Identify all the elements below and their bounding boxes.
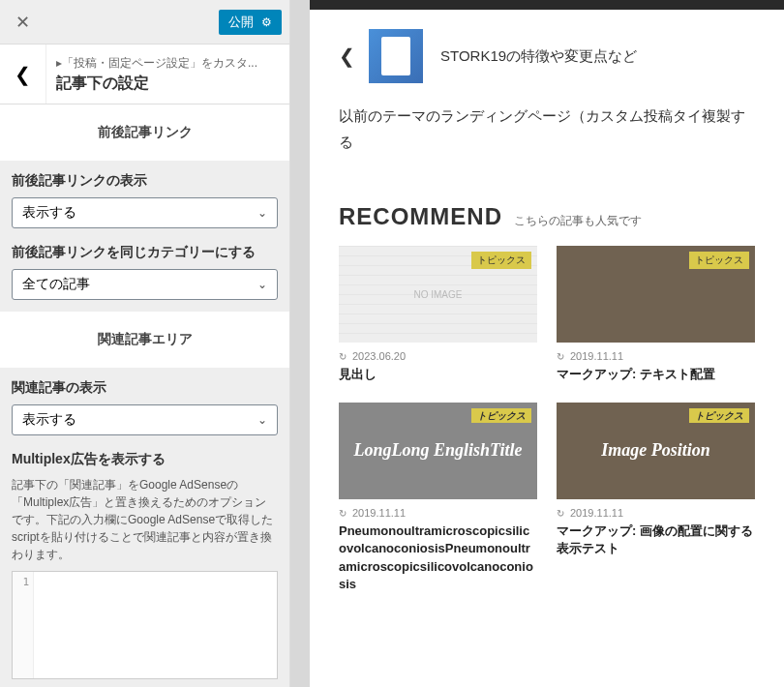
refresh-icon: ↻ [339, 508, 347, 519]
page-title: 記事下の設定 [56, 74, 280, 94]
gear-icon[interactable]: ⚙ [261, 15, 272, 29]
back-button[interactable]: ❮ [0, 45, 46, 104]
desc-multiplex: 記事下の「関連記事」をGoogle AdSenseの「Multiplex広告」と… [12, 476, 278, 563]
label-related-show: 関連記事の表示 [12, 379, 278, 397]
select-prevnext-cat[interactable]: 全ての記事 ⌄ [12, 269, 278, 300]
sidebar-header: ✕ 公開 ⚙ [0, 0, 289, 45]
card-date: 2019.11.11 [352, 507, 406, 519]
prev-next-link[interactable]: ❮ STORK19の特徴や変更点など [310, 10, 784, 103]
card[interactable]: Image Positionトピックス ↻2019.11.11 マークアップ: … [557, 403, 755, 593]
chevron-left-icon: ❮ [339, 45, 355, 68]
thumbnail: LongLong EnglishTitleトピックス [339, 403, 537, 499]
recommend-subtitle: こちらの記事も人気です [514, 213, 642, 229]
card-date: 2019.11.11 [570, 350, 623, 362]
card-title: マークアップ: 画像の配置に関する表示テスト [557, 523, 755, 557]
recommend-cards: NO IMAGEトピックス ↻2023.06.20 見出し トピックス ↻201… [310, 246, 784, 593]
thumbnail: Image Positionトピックス [557, 403, 755, 499]
label-prevnext-cat: 前後記事リンクを同じカテゴリーにする [12, 244, 278, 261]
card-title: マークアップ: テキスト配置 [557, 366, 755, 383]
select-value: 全ての記事 [22, 276, 90, 293]
line-number: 1 [13, 572, 34, 678]
select-value: 表示する [22, 411, 76, 429]
link-title: STORK19の特徴や変更点など [440, 47, 637, 66]
group-prev-next: 前後記事リンク [0, 105, 289, 161]
code-textarea[interactable] [34, 572, 277, 678]
select-related-show[interactable]: 表示する ⌄ [12, 404, 278, 435]
card-date: 2019.11.11 [570, 507, 623, 519]
thumbnail [369, 29, 423, 83]
card-title: 見出し [339, 366, 537, 383]
chevron-down-icon: ⌄ [257, 413, 267, 427]
chevron-down-icon: ⌄ [257, 278, 267, 291]
card-title: Pneumonoultramicroscopicsilicovolcanocon… [339, 523, 537, 593]
code-input[interactable]: 1 [12, 571, 278, 679]
card[interactable]: LongLong EnglishTitleトピックス ↻2019.11.11 P… [339, 403, 537, 593]
tag: トピックス [471, 252, 531, 269]
chevron-down-icon: ⌄ [257, 206, 267, 220]
label-multiplex: Multiplex広告を表示する [12, 451, 278, 468]
refresh-icon: ↻ [557, 508, 564, 519]
tag: トピックス [689, 408, 749, 423]
thumbnail: トピックス [557, 246, 755, 343]
label-prevnext-show: 前後記事リンクの表示 [12, 172, 278, 190]
close-icon[interactable]: ✕ [8, 8, 37, 37]
preview-pane: ❮ STORK19の特徴や変更点など 以前のテーマのランディングページ（カスタム… [290, 0, 784, 687]
card[interactable]: NO IMAGEトピックス ↻2023.06.20 見出し [339, 246, 537, 383]
tag: トピックス [689, 252, 749, 269]
card[interactable]: トピックス ↻2019.11.11 マークアップ: テキスト配置 [557, 246, 755, 383]
thumbnail: NO IMAGEトピックス [339, 246, 537, 343]
sidebar-body: 前後記事リンク 前後記事リンクの表示 表示する ⌄ 前後記事リンクを同じカテゴリ… [0, 105, 289, 687]
publish-button[interactable]: 公開 ⚙ [219, 10, 282, 35]
recommend-title: RECOMMEND [339, 203, 502, 230]
tag: トピックス [471, 408, 531, 423]
publish-label: 公開 [228, 14, 254, 31]
group-related: 関連記事エリア [0, 312, 289, 368]
excerpt-text: 以前のテーマのランディングページ（カスタム投稿タイ複製する [310, 103, 784, 174]
refresh-icon: ↻ [339, 351, 347, 362]
card-date: 2023.06.20 [352, 350, 406, 362]
sidebar-nav: ❮ ▸「投稿・固定ページ設定」をカスタ... 記事下の設定 [0, 45, 289, 105]
refresh-icon: ↻ [557, 351, 564, 362]
select-value: 表示する [22, 204, 76, 222]
breadcrumb: ▸「投稿・固定ページ設定」をカスタ... [56, 55, 280, 72]
select-prevnext-show[interactable]: 表示する ⌄ [12, 197, 278, 228]
customizer-sidebar: ✕ 公開 ⚙ ❮ ▸「投稿・固定ページ設定」をカスタ... 記事下の設定 前後記… [0, 0, 290, 687]
